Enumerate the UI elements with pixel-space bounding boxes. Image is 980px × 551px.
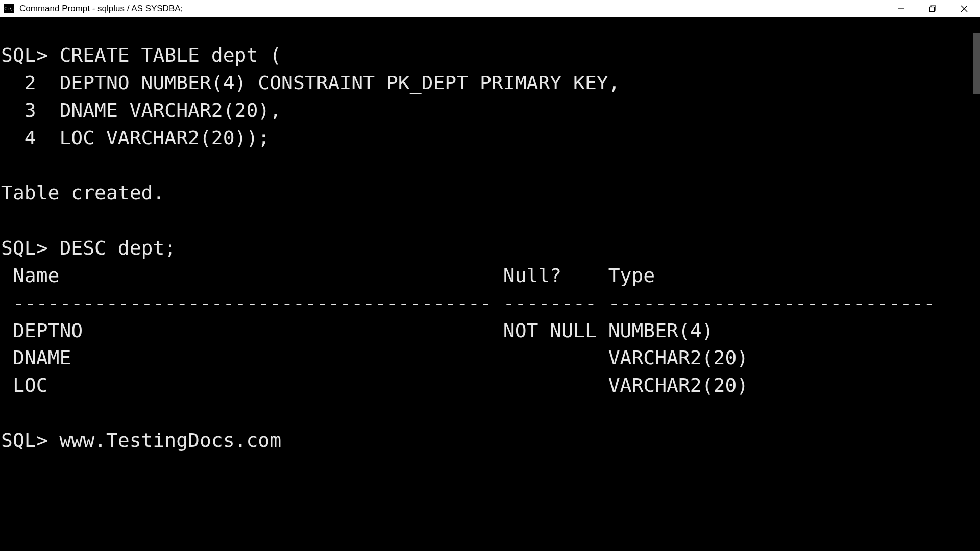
terminal-area[interactable]: SQL> CREATE TABLE dept ( 2 DEPTNO NUMBER… [0,17,980,551]
terminal-output: SQL> CREATE TABLE dept ( 2 DEPTNO NUMBER… [0,42,980,455]
minimize-icon [897,5,904,12]
terminal-line: Name Null? Type [1,264,655,287]
terminal-line: Table created. [1,182,164,204]
terminal-line: SQL> CREATE TABLE dept ( [1,44,281,66]
scrollbar-thumb[interactable] [973,33,980,94]
maximize-icon [929,5,936,12]
terminal-line: 2 DEPTNO NUMBER(4) CONSTRAINT PK_DEPT PR… [1,71,620,94]
terminal-line: DEPTNO NOT NULL NUMBER(4) [1,319,714,342]
svg-rect-1 [930,7,935,11]
maximize-button[interactable] [917,0,948,17]
close-button[interactable] [948,0,980,17]
terminal-line: DNAME VARCHAR2(20) [1,346,748,369]
scrollbar-track[interactable] [969,17,980,551]
minimize-button[interactable] [885,0,917,17]
cmd-icon: C:\. [4,4,14,13]
window-controls [885,0,980,17]
close-icon [961,5,968,12]
terminal-line: 4 LOC VARCHAR2(20)); [1,127,270,149]
cmd-icon-text: C:\. [4,6,14,11]
terminal-line: LOC VARCHAR2(20) [1,374,748,396]
terminal-line: SQL> www.TestingDocs.com [1,429,281,452]
window-title: Command Prompt - sqlplus / AS SYSDBA; [19,4,885,14]
window-titlebar: C:\. Command Prompt - sqlplus / AS SYSDB… [0,0,980,17]
terminal-line: SQL> DESC dept; [1,237,176,259]
terminal-line: 3 DNAME VARCHAR2(20), [1,99,281,121]
terminal-line: ----------------------------------------… [1,292,935,314]
